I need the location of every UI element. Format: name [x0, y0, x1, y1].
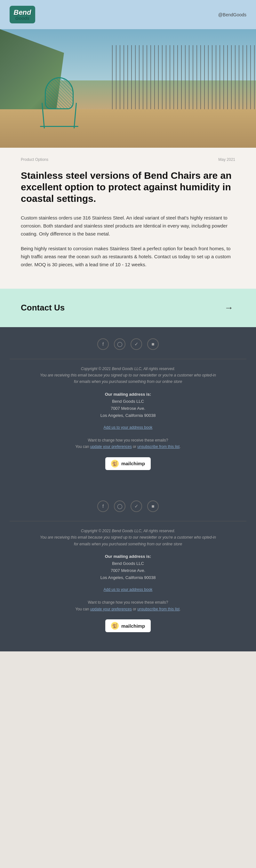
meta-date: May 2021	[218, 157, 235, 162]
hero-image	[0, 29, 256, 148]
email-header: Bend Goods @BendGoods	[0, 0, 256, 29]
footer-divider-2	[10, 521, 246, 521]
main-content: Product Options May 2021 Stainless steel…	[0, 148, 256, 289]
chair-leg-left	[42, 103, 45, 128]
copyright-line2-2: You are receiving this email because you…	[40, 535, 216, 539]
instagram-icon-2[interactable]: ◯	[114, 500, 125, 512]
mailchimp-icon-2: 🐒	[111, 622, 119, 630]
prefs-text-2: Want to change how you receive these ema…	[88, 600, 168, 604]
pinterest-icon-1[interactable]: ■	[147, 338, 159, 350]
chair-back	[45, 77, 74, 109]
footer-section-2: f ◯ ✓ ■ Copyright © 2021 Bend Goods LLC,…	[0, 489, 256, 651]
cta-label: Contact Us	[21, 303, 65, 313]
mailing-label-1: Our mailing address is:	[105, 392, 151, 397]
copyright-line2-1: Copyright © 2021 Bend Goods LLC, All rig…	[81, 529, 175, 533]
address-line1-1: 7007 Metrose Ave.	[111, 406, 145, 411]
footer-section-1: f ◯ ✓ ■ Copyright © 2021 Bend Goods LLC,…	[0, 327, 256, 489]
or-text-2: or	[133, 607, 136, 611]
logo-bend-text: Bend	[14, 9, 31, 16]
mailchimp-badge-1[interactable]: 🐒 mailchimp	[105, 457, 151, 470]
footer-social-row-2: f ◯ ✓ ■	[10, 500, 246, 512]
copyright-line-2: You are receiving this email because you…	[40, 373, 216, 377]
address-line1-2: 7007 Metrose Ave.	[111, 568, 145, 573]
company-name-1: Bend Goods LLC	[112, 399, 144, 404]
facebook-icon-1[interactable]: f	[97, 338, 109, 350]
footer-address-2: Our mailing address is: Bend Goods LLC 7…	[10, 553, 246, 581]
footer-prefs-1: Want to change how you receive these ema…	[10, 437, 246, 450]
footer-copyright-1: Copyright © 2021 Bend Goods LLC, All rig…	[10, 366, 246, 385]
twitter-icon-2[interactable]: ✓	[131, 500, 142, 512]
add-address-book-link-2[interactable]: Add us to your address book	[104, 587, 153, 592]
pinterest-icon-2[interactable]: ■	[147, 500, 159, 512]
or-text-1: or	[133, 444, 136, 449]
footer-prefs-2: Want to change how you receive these ema…	[10, 599, 246, 612]
footer-copyright-2: Copyright © 2021 Bend Goods LLC, All rig…	[10, 528, 246, 547]
footer-address-1: Our mailing address is: Bend Goods LLC 7…	[10, 391, 246, 419]
mailchimp-label-1: mailchimp	[121, 461, 145, 466]
hero-railing	[112, 45, 256, 109]
headline: Stainless steel versions of Bend Chairs …	[21, 170, 235, 205]
mailchimp-badge-2[interactable]: 🐒 mailchimp	[105, 619, 151, 632]
copyright-line-1: Copyright © 2021 Bend Goods LLC, All rig…	[81, 367, 175, 371]
address-line2-2: Los Angeles, California 90038	[101, 575, 156, 580]
unsubscribe-link-2[interactable]: unsubscribe from this list	[137, 607, 180, 611]
chair-base	[40, 126, 78, 127]
meta-row: Product Options May 2021	[21, 157, 235, 162]
unsubscribe-link-1[interactable]: unsubscribe from this list	[137, 444, 180, 449]
hero-chair	[38, 77, 80, 128]
facebook-icon-2[interactable]: f	[97, 500, 109, 512]
footer-social-row-1: f ◯ ✓ ■	[10, 338, 246, 350]
copyright-line-3: for emails when you purchased something …	[74, 379, 182, 384]
twitter-icon-1[interactable]: ✓	[131, 338, 142, 350]
address-line2-1: Los Angeles, California 90038	[101, 413, 156, 418]
company-name-2: Bend Goods LLC	[112, 561, 144, 566]
mailchimp-icon-1: 🐒	[111, 460, 119, 467]
chair-leg-right	[74, 103, 77, 128]
body-paragraph-1: Custom stainless orders use 316 Stainles…	[21, 214, 235, 238]
prefs-text-1: Want to change how you receive these ema…	[88, 438, 168, 442]
logo-goods-text: Goods	[15, 16, 30, 21]
mailchimp-label-2: mailchimp	[121, 623, 145, 629]
logo-box: Bend Goods	[10, 6, 35, 23]
instagram-icon-1[interactable]: ◯	[114, 338, 125, 350]
copyright-line2-3: for emails when you purchased something …	[74, 542, 182, 546]
update-prefs-link-2[interactable]: update your preferences	[90, 607, 132, 611]
cta-section[interactable]: Contact Us →	[0, 289, 256, 327]
email-wrapper: Bend Goods @BendGoods Product Options Ma…	[0, 0, 256, 651]
cta-arrow-icon: →	[222, 302, 235, 314]
social-handle: @BendGoods	[218, 12, 246, 17]
logo-area: Bend Goods	[10, 6, 35, 23]
update-prefs-link-1[interactable]: update your preferences	[90, 444, 132, 449]
meta-label: Product Options	[21, 157, 48, 162]
add-address-book-link-1[interactable]: Add us to your address book	[104, 425, 153, 430]
footer-divider-1	[10, 359, 246, 359]
body-paragraph-2: Being highly resistant to corrosion make…	[21, 245, 235, 269]
mailing-label-2: Our mailing address is:	[105, 554, 151, 559]
